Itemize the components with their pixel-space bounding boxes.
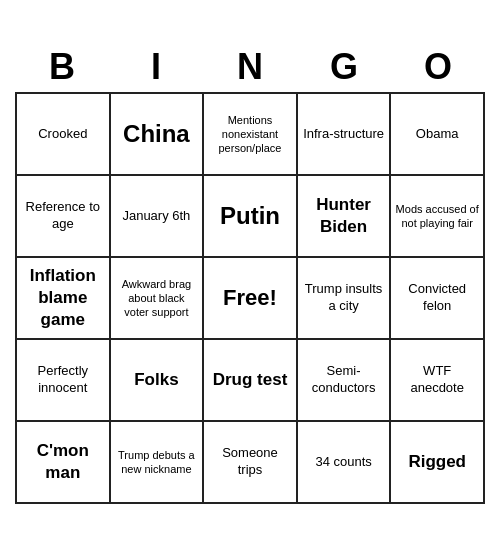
bingo-grid: CrookedChinaMentions nonexistant person/… [15, 92, 485, 504]
bingo-cell-19[interactable]: WTF anecdote [391, 340, 485, 422]
bingo-cell-1[interactable]: China [111, 94, 205, 176]
bingo-cell-17[interactable]: Drug test [204, 340, 298, 422]
bingo-cell-20[interactable]: C'mon man [17, 422, 111, 504]
bingo-title: B I N G O [15, 40, 485, 92]
letter-b: B [24, 46, 100, 88]
bingo-cell-13[interactable]: Trump insults a city [298, 258, 392, 340]
bingo-cell-9[interactable]: Mods accused of not playing fair [391, 176, 485, 258]
bingo-cell-2[interactable]: Mentions nonexistant person/place [204, 94, 298, 176]
letter-i: I [118, 46, 194, 88]
bingo-cell-4[interactable]: Obama [391, 94, 485, 176]
bingo-cell-11[interactable]: Awkward brag about black voter support [111, 258, 205, 340]
bingo-cell-7[interactable]: Putin [204, 176, 298, 258]
letter-o: O [400, 46, 476, 88]
bingo-cell-6[interactable]: January 6th [111, 176, 205, 258]
bingo-cell-14[interactable]: Convicted felon [391, 258, 485, 340]
bingo-cell-3[interactable]: Infra-structure [298, 94, 392, 176]
bingo-cell-8[interactable]: Hunter Biden [298, 176, 392, 258]
letter-n: N [212, 46, 288, 88]
bingo-cell-12[interactable]: Free! [204, 258, 298, 340]
bingo-cell-5[interactable]: Reference to age [17, 176, 111, 258]
bingo-cell-16[interactable]: Folks [111, 340, 205, 422]
letter-g: G [306, 46, 382, 88]
bingo-cell-10[interactable]: Inflation blame game [17, 258, 111, 340]
bingo-cell-23[interactable]: 34 counts [298, 422, 392, 504]
bingo-cell-21[interactable]: Trump debuts a new nickname [111, 422, 205, 504]
bingo-card: B I N G O CrookedChinaMentions nonexista… [15, 40, 485, 504]
bingo-cell-24[interactable]: Rigged [391, 422, 485, 504]
bingo-cell-22[interactable]: Someone trips [204, 422, 298, 504]
bingo-cell-18[interactable]: Semi-conductors [298, 340, 392, 422]
bingo-cell-0[interactable]: Crooked [17, 94, 111, 176]
bingo-cell-15[interactable]: Perfectly innocent [17, 340, 111, 422]
